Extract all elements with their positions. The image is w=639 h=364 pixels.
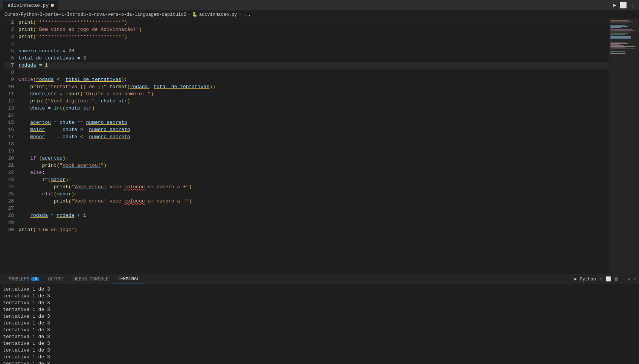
more-icon[interactable]: ⋮ bbox=[630, 2, 636, 9]
code-line-30: print("Fim do jogo") bbox=[18, 226, 609, 233]
code-line-5: numero_secreto = 28 bbox=[18, 47, 609, 55]
terminal-trash-icon[interactable]: 🗑 bbox=[614, 276, 619, 282]
code-line-10: print("tentativa {} de {}".format(rodada… bbox=[18, 83, 609, 90]
breadcrumb-sep-1: › bbox=[188, 12, 190, 17]
code-container[interactable]: 12345 678910 1112131415 1617181920 21222… bbox=[0, 19, 609, 274]
code-line-21: print("Você acertou!") bbox=[18, 162, 609, 169]
terminal-line: tentativa 1 de 3 bbox=[3, 334, 636, 340]
code-line-9: while(rodada <= total_de_tentativas): bbox=[18, 76, 609, 83]
code-line-28: rodada = rodada + 1 bbox=[18, 212, 609, 219]
tab-debug-console-label: DEBUG CONSOLE bbox=[73, 277, 109, 282]
terminal-line: tentativa 1 de 3 bbox=[3, 300, 636, 306]
terminal-line: tentativa 1 de 3 bbox=[3, 286, 636, 293]
line-numbers: 12345 678910 1112131415 1617181920 21222… bbox=[0, 19, 17, 274]
code-line-15: acertou = chute == numero_secreto bbox=[18, 119, 609, 126]
terminal-line: tentativa 1 de 3 bbox=[3, 293, 636, 300]
code-line-3: print("****************************") bbox=[18, 33, 609, 40]
tab-problems-label: PROBLEMS bbox=[8, 277, 29, 282]
code-line-13: chute = int(chute_str) bbox=[18, 105, 609, 112]
code-line-27 bbox=[18, 205, 609, 212]
bottom-panel: PROBLEMS 40 OUTPUT DEBUG CONSOLE TERMINA… bbox=[0, 274, 639, 364]
breadcrumb-part-3[interactable]: ... bbox=[243, 12, 251, 17]
code-line-17: menor = chute < numero_secreto bbox=[18, 133, 609, 140]
terminal-content[interactable]: tentativa 1 de 3tentativa 1 de 3tentativ… bbox=[0, 285, 639, 364]
tab-output-label: OUTPUT bbox=[48, 277, 64, 282]
code-line-2: print("Bem vindo ao jogo de Adivinhação!… bbox=[18, 26, 609, 33]
code-line-14 bbox=[18, 112, 609, 119]
terminal-line: tentativa 1 de 3 bbox=[3, 327, 636, 334]
code-line-29 bbox=[18, 219, 609, 226]
code-line-18 bbox=[18, 140, 609, 148]
terminal-line: tentativa 1 de 3 bbox=[3, 361, 636, 364]
terminal-line: tentativa 1 de 3 bbox=[3, 320, 636, 327]
terminal-chevron-up-icon[interactable]: ∧ bbox=[628, 276, 630, 282]
code-line-20: if (acertou): bbox=[18, 155, 609, 162]
title-bar: adivinhacao.py ▶ ⬜ ⋮ bbox=[0, 0, 639, 11]
code-line-8 bbox=[18, 69, 609, 76]
terminal-more-icon[interactable]: ⋯ bbox=[622, 276, 624, 282]
panel-tabs: PROBLEMS 40 OUTPUT DEBUG CONSOLE TERMINA… bbox=[0, 274, 639, 285]
code-editor[interactable]: print("****************************") pr… bbox=[17, 19, 609, 274]
breadcrumb-part-2[interactable]: adivinhacao.py bbox=[199, 12, 237, 17]
tab-debug-console[interactable]: DEBUG CONSOLE bbox=[69, 275, 113, 283]
breadcrumb-part-1[interactable]: Curso-Python-3-parte-1-Introdu-o-nova-ve… bbox=[5, 12, 186, 17]
panel-tab-actions: ► Python + ⬜ 🗑 ⋯ ∧ ✕ bbox=[574, 276, 636, 283]
code-line-12: print("Você digitou: ", chute_str) bbox=[18, 97, 609, 105]
code-line-7: rodada = 1 bbox=[18, 62, 609, 69]
title-bar-actions: ▶ ⬜ ⋮ bbox=[613, 2, 636, 9]
problems-badge: 40 bbox=[31, 277, 39, 281]
code-line-11: chute_str = input("Digite o seu número: … bbox=[18, 90, 609, 97]
code-line-16: maior = chute > numero_secreto bbox=[18, 126, 609, 133]
tab-problems[interactable]: PROBLEMS 40 bbox=[3, 275, 44, 283]
tab-filename: adivinhacao.py bbox=[8, 3, 49, 8]
terminal-split-icon[interactable]: ⬜ bbox=[605, 276, 611, 282]
terminal-line: tentativa 1 de 3 bbox=[3, 347, 636, 354]
code-line-24: print("Você errou! voce colocou um numer… bbox=[18, 183, 609, 190]
minimap bbox=[609, 19, 639, 274]
tab-terminal-label: TERMINAL bbox=[117, 276, 139, 282]
code-line-6: total_de_tentativas = 3 bbox=[18, 55, 609, 62]
tab-terminal[interactable]: TERMINAL bbox=[113, 275, 144, 283]
terminal-python-label: ► Python bbox=[574, 277, 596, 282]
terminal-line: tentativa 1 de 3 bbox=[3, 306, 636, 313]
terminal-add-icon[interactable]: + bbox=[599, 276, 603, 283]
editor-area: 12345 678910 1112131415 1617181920 21222… bbox=[0, 19, 639, 274]
code-line-19 bbox=[18, 148, 609, 155]
breadcrumb: Curso-Python-3-parte-1-Introdu-o-nova-ve… bbox=[0, 11, 639, 19]
terminal-line: tentativa 1 de 3 bbox=[3, 340, 636, 347]
code-line-1: print("****************************") bbox=[18, 19, 609, 26]
run-icon[interactable]: ▶ bbox=[613, 2, 616, 8]
terminal-line: tentativa 1 de 3 bbox=[3, 313, 636, 320]
terminal-line: tentativa 1 de 3 bbox=[3, 354, 636, 361]
minimap-content bbox=[609, 19, 639, 56]
code-line-22: else: bbox=[18, 169, 609, 176]
breadcrumb-icon-py: 🐍 bbox=[192, 12, 198, 17]
editor-tab[interactable]: adivinhacao.py bbox=[3, 0, 58, 11]
terminal-close-icon[interactable]: ✕ bbox=[633, 276, 636, 282]
code-line-23: if(maior): bbox=[18, 176, 609, 183]
code-line-26: print("Você errou! voce colocou um numer… bbox=[18, 198, 609, 205]
tab-dirty-indicator bbox=[51, 4, 54, 7]
split-icon[interactable]: ⬜ bbox=[619, 2, 627, 9]
breadcrumb-sep-2: › bbox=[239, 12, 241, 17]
code-line-25: elif(menor): bbox=[18, 190, 609, 198]
tab-output[interactable]: OUTPUT bbox=[44, 275, 69, 283]
code-line-4 bbox=[18, 40, 609, 47]
